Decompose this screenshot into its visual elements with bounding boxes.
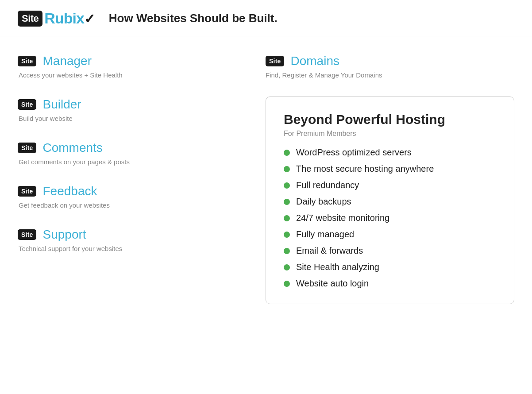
nav-item-feedback: Site Feedback Get feedback on your websi…: [18, 184, 266, 209]
right-col: Site Domains Find, Register & Manage You…: [266, 54, 514, 304]
hosting-feature-item: Fully managed: [284, 229, 496, 239]
nav-item-header-1: Site Builder: [18, 97, 266, 112]
nav-item-header-3: Site Feedback: [18, 184, 266, 198]
hosting-feature-text: Website auto login: [296, 278, 369, 289]
green-dot-icon: [284, 166, 290, 172]
nav-item-title-1[interactable]: Builder: [42, 97, 81, 112]
hosting-feature-text: Daily backups: [296, 197, 351, 207]
green-dot-icon: [284, 248, 290, 254]
nav-site-badge-2: Site: [18, 143, 36, 153]
nav-item-title-3[interactable]: Feedback: [42, 184, 97, 198]
hosting-card: Beyond Powerful Hosting For Premium Memb…: [266, 97, 514, 304]
nav-site-badge-1: Site: [18, 99, 36, 110]
nav-site-badge-0: Site: [18, 56, 36, 66]
green-dot-icon: [284, 281, 290, 287]
nav-item-comments: Site Comments Get comments on your pages…: [18, 141, 266, 166]
nav-item-title-4[interactable]: Support: [42, 228, 86, 242]
logo-wrapper: Site Rubix✓: [18, 10, 95, 27]
hosting-feature-text: Site Health analyzing: [296, 262, 379, 272]
nav-item-manager: Site Manager Access your websites + Site…: [18, 54, 266, 79]
hosting-feature-text: Fully managed: [296, 229, 354, 239]
nav-item-desc-2: Get comments on your pages & posts: [18, 158, 266, 166]
green-dot-icon: [284, 232, 290, 238]
hosting-feature-text: Full redundancy: [296, 180, 359, 190]
hosting-feature-item: Full redundancy: [284, 180, 496, 190]
nav-item-header-2: Site Comments: [18, 141, 266, 155]
nav-site-badge-4: Site: [18, 229, 36, 240]
logo-site-badge: Site: [18, 11, 42, 27]
header-tagline: How Websites Should be Built.: [109, 12, 278, 25]
domains-title[interactable]: Domains: [290, 54, 339, 68]
nav-item-support: Site Support Technical support for your …: [18, 228, 266, 252]
hosting-feature-item: Email & forwards: [284, 246, 496, 256]
header: Site Rubix✓ How Websites Should be Built…: [0, 0, 532, 36]
domains-site-badge: Site: [266, 56, 284, 66]
green-dot-icon: [284, 215, 290, 221]
hosting-features-list: WordPress optimized servers The most sec…: [284, 147, 496, 289]
hosting-feature-text: Email & forwards: [296, 246, 363, 256]
rubix-checkmark: ✓: [84, 12, 95, 26]
nav-item-desc-1: Build your website: [18, 115, 266, 122]
hosting-card-subtitle: For Premium Members: [284, 130, 496, 138]
nav-item-title-2[interactable]: Comments: [42, 141, 102, 155]
green-dot-icon: [284, 264, 290, 270]
hosting-feature-item: Daily backups: [284, 197, 496, 207]
green-dot-icon: [284, 199, 290, 205]
domains-section: Site Domains Find, Register & Manage You…: [266, 54, 514, 79]
nav-item-header-4: Site Support: [18, 228, 266, 242]
nav-item-builder: Site Builder Build your website: [18, 97, 266, 122]
hosting-feature-item: 24/7 website monitoring: [284, 213, 496, 223]
nav-item-desc-4: Technical support for your websites: [18, 245, 266, 252]
hosting-feature-item: WordPress optimized servers: [284, 147, 496, 158]
nav-site-badge-3: Site: [18, 186, 36, 197]
nav-item-title-0[interactable]: Manager: [42, 54, 92, 68]
main-content: Site Manager Access your websites + Site…: [0, 36, 532, 322]
left-nav: Site Manager Access your websites + Site…: [18, 54, 266, 304]
green-dot-icon: [284, 150, 290, 156]
green-dot-icon: [284, 182, 290, 189]
nav-item-desc-3: Get feedback on your websites: [18, 201, 266, 209]
hosting-feature-item: The most secure hosting anywhere: [284, 164, 496, 174]
hosting-feature-item: Site Health analyzing: [284, 262, 496, 272]
nav-item-header-0: Site Manager: [18, 54, 266, 68]
hosting-card-title: Beyond Powerful Hosting: [284, 112, 496, 127]
logo-rubix: Rubix✓: [44, 10, 94, 27]
domains-description: Find, Register & Manage Your Domains: [266, 71, 514, 79]
hosting-feature-text: WordPress optimized servers: [296, 147, 412, 158]
domains-header: Site Domains: [266, 54, 514, 68]
hosting-feature-text: The most secure hosting anywhere: [296, 164, 434, 174]
nav-item-desc-0: Access your websites + Site Health: [18, 71, 266, 79]
hosting-feature-item: Website auto login: [284, 278, 496, 289]
hosting-feature-text: 24/7 website monitoring: [296, 213, 389, 223]
